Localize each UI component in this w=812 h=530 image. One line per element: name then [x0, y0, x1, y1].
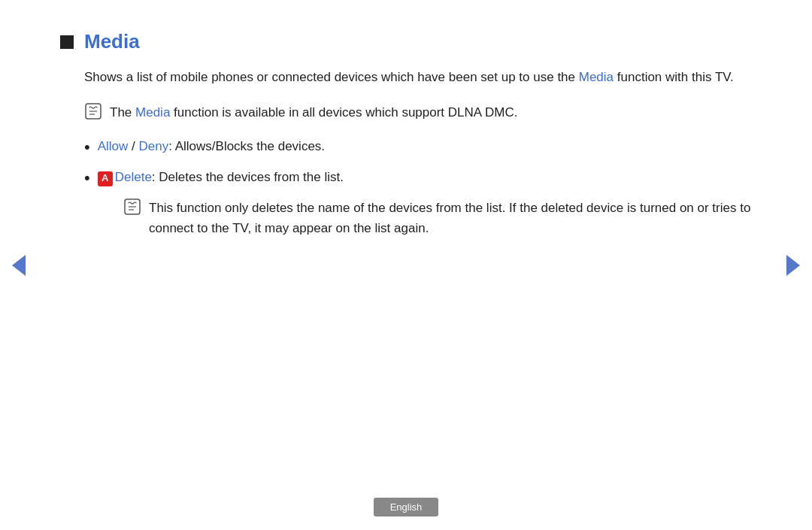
bullet-text-allow-deny: Allow / Deny: Allows/Blocks the devices. — [98, 136, 325, 156]
bullet-dot-1: • — [84, 136, 90, 159]
note-icon-1 — [84, 102, 102, 120]
bullet-list: • Allow / Deny: Allows/Blocks the device… — [84, 136, 752, 238]
subnote-text: This function only deletes the name of t… — [149, 198, 752, 238]
section-header: Media — [60, 30, 752, 53]
description-media-link: Media — [579, 70, 614, 84]
note-text-1: The Media function is available in all d… — [110, 102, 517, 123]
note1-media-link: Media — [135, 105, 170, 120]
nav-arrow-right[interactable] — [782, 250, 804, 280]
bullet-text-delete: ADelete: Deletes the devices from the li… — [98, 167, 344, 187]
bottom-bar: English — [0, 498, 812, 530]
note1-after: function is available in all devices whi… — [170, 105, 517, 120]
bullet-item-allow-deny: • Allow / Deny: Allows/Blocks the device… — [84, 136, 752, 159]
bullet1-text: : Allows/Blocks the devices. — [168, 139, 325, 153]
right-arrow-icon — [786, 255, 800, 276]
description-text-before: Shows a list of mobile phones or connect… — [84, 70, 579, 84]
delete-link: Delete — [115, 170, 152, 184]
deny-link: Deny — [139, 139, 169, 153]
bullet2-text: : Deletes the devices from the list. — [152, 170, 344, 184]
note-row-1: The Media function is available in all d… — [84, 102, 752, 123]
bullet-dot-2: • — [84, 167, 90, 190]
note1-before: The — [110, 105, 135, 120]
description-text-after: function with this TV. — [614, 70, 734, 84]
bullet-item-delete: • ADelete: Deletes the devices from the … — [84, 167, 752, 190]
content-area: Media Shows a list of mobile phones or c… — [0, 0, 812, 498]
section-title: Media — [84, 30, 140, 53]
note-icon-2 — [123, 198, 141, 216]
section-icon-square — [60, 35, 74, 49]
allow-link: Allow — [98, 139, 129, 153]
delete-badge-icon: A — [98, 171, 113, 186]
nav-arrow-left[interactable] — [8, 250, 30, 280]
language-button[interactable]: English — [374, 498, 439, 516]
subnote-row: This function only deletes the name of t… — [123, 198, 752, 238]
page-container: Media Shows a list of mobile phones or c… — [0, 0, 812, 530]
bullet1-separator: / — [128, 139, 138, 153]
left-arrow-icon — [12, 255, 26, 276]
section-description: Shows a list of mobile phones or connect… — [84, 67, 752, 87]
